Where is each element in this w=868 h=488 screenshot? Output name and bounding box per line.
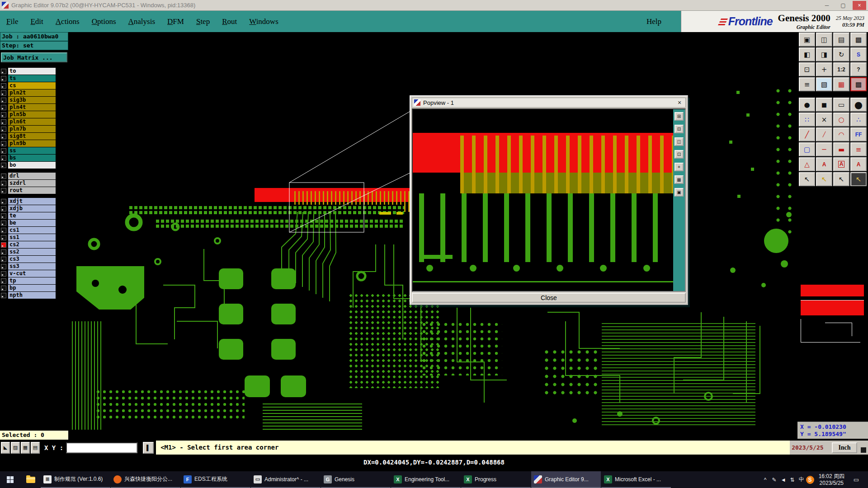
layer-select-box[interactable] — [1, 242, 6, 248]
pv-fit-view-button[interactable]: ⊡ — [675, 150, 684, 159]
net-list-button[interactable]: ≡ — [799, 77, 815, 91]
layer-select-box[interactable] — [1, 90, 6, 96]
pv-zoom-out-button[interactable]: ⊟ — [675, 125, 684, 133]
menu-edit[interactable]: Edit — [30, 17, 43, 26]
layer-row-drl[interactable]: drl — [1, 173, 68, 179]
menu-rout[interactable]: Rout — [222, 17, 237, 26]
zoom-extent-button[interactable]: ⊡ — [799, 62, 815, 76]
layer-select-box[interactable] — [1, 76, 6, 81]
pen-icon[interactable]: ✎ — [770, 474, 779, 485]
layer-select-box[interactable] — [1, 286, 6, 291]
table-toggle-button[interactable]: ▤ — [31, 442, 40, 454]
line-thin-button[interactable]: ╱ — [816, 127, 832, 141]
view-swap-button[interactable]: S — [850, 47, 867, 61]
layer-select-box[interactable] — [1, 293, 6, 298]
menu-help[interactable]: Help — [646, 17, 661, 26]
text-tool-button[interactable]: A — [816, 157, 832, 171]
layer-select-box[interactable] — [1, 235, 6, 240]
layer-select-box[interactable] — [1, 213, 6, 219]
layer-select-box[interactable] — [1, 221, 6, 226]
network-updown-icon[interactable]: ⇅ — [788, 474, 797, 485]
taskbar-item[interactable]: XMicrosoft Excel - ... — [601, 471, 671, 488]
context-help-button[interactable]: ? — [850, 62, 867, 76]
view-windows-button[interactable]: ◫ — [816, 33, 832, 47]
taskbar-item[interactable]: Graphic Editor 9... — [531, 471, 601, 488]
scroll-right-button[interactable]: ◨ — [816, 47, 832, 61]
popview-titlebar[interactable]: Popview - 1 × — [412, 98, 686, 108]
text-dot-tool-button[interactable]: A — [850, 157, 867, 171]
taskbar-item[interactable]: GGenesis — [321, 471, 391, 488]
layer-select-box[interactable] — [1, 228, 6, 233]
layer-select-box[interactable] — [1, 141, 6, 146]
menu-dfm[interactable]: DFM — [167, 17, 184, 26]
layer-row-cs2[interactable]: cs2 — [1, 241, 68, 248]
layer-select-box[interactable] — [1, 134, 6, 139]
taskbar-item[interactable]: 兴森快捷衡阳分公... — [111, 471, 180, 488]
palette-active-button[interactable]: ▩ — [850, 77, 867, 91]
hatch-toggle-button[interactable]: ▨ — [11, 442, 20, 454]
layer-row-bs[interactable]: bs — [1, 155, 68, 161]
taskbar-clock[interactable]: 16:02 周四 2023/5/25 — [815, 473, 848, 487]
cursor-add-button[interactable]: ↖ — [833, 172, 849, 186]
layer-select-box[interactable] — [1, 249, 6, 255]
color-palette-button[interactable]: ▦ — [833, 77, 849, 91]
ff-mode-button[interactable]: FF — [850, 127, 867, 141]
minimize-button[interactable]: ─ — [820, 1, 834, 10]
layer-row-ts[interactable]: ts — [1, 75, 68, 82]
cursor-highlight-button[interactable]: ↖ — [816, 172, 832, 186]
layer-row-rout[interactable]: rout — [1, 187, 68, 194]
layer-select-box[interactable] — [1, 181, 6, 186]
sogou-icon[interactable]: S — [806, 476, 814, 484]
layer-row-ss2[interactable]: ss2 — [1, 249, 68, 255]
taskbar-item[interactable]: XProgress — [461, 471, 531, 488]
layer-row-to[interactable]: to — [1, 68, 68, 75]
layer-select-box[interactable] — [1, 98, 6, 103]
pv-grid-view-button[interactable]: ▦ — [675, 175, 684, 184]
menu-actions[interactable]: Actions — [56, 17, 80, 26]
scroll-left-button[interactable]: ◧ — [799, 47, 815, 61]
layer-row-cs3[interactable]: cs3 — [1, 256, 68, 263]
layer-row-szdrl[interactable]: szdrl — [1, 180, 68, 187]
job-matrix-button[interactable]: Job Matrix ... — [1, 52, 67, 62]
layer-row-pln5b[interactable]: pln5b — [1, 111, 68, 118]
view-copy-button[interactable]: ▣ — [799, 33, 815, 47]
layer-row-v-cut[interactable]: v-cut — [1, 270, 68, 277]
snap-mode-button[interactable]: ◣ — [1, 442, 10, 454]
cursor-select-button[interactable]: ↖ — [799, 172, 815, 186]
layer-row-xdjt[interactable]: xdjt — [1, 198, 68, 205]
popview-close-button[interactable]: Close — [412, 293, 686, 303]
taskbar-item[interactable]: XEngineering Tool... — [391, 471, 461, 488]
layer-select-box[interactable] — [1, 155, 6, 161]
layer-select-box[interactable] — [1, 278, 6, 284]
bar-tool-button[interactable]: ▬ — [833, 142, 849, 156]
popview-dialog[interactable]: Popview - 1 × ⊞⊟◫⊡+▦▣ Close — [410, 95, 688, 305]
taskbar-item[interactable]: ▭Administrator^ - ... — [251, 471, 321, 488]
overview-thumbnail[interactable] — [799, 279, 867, 347]
layer-select-box[interactable] — [1, 271, 6, 277]
line-45-button[interactable]: ╱ — [799, 127, 815, 141]
dot-large-button[interactable]: ● — [850, 98, 867, 112]
pad-square-button[interactable]: ◼ — [816, 98, 832, 112]
layer-row-be[interactable]: be — [1, 220, 68, 226]
view-tiles-button[interactable]: ▩ — [850, 33, 867, 47]
layer-select-box[interactable] — [1, 112, 6, 117]
layer-row-pln7b[interactable]: pln7b — [1, 126, 68, 132]
layer-row-bo[interactable]: bo — [1, 162, 68, 169]
layer-select-box[interactable] — [1, 127, 6, 132]
layer-select-box[interactable] — [1, 188, 6, 193]
layer-row-xdjb[interactable]: xdjb — [1, 205, 68, 212]
rect-outline-button[interactable]: ▢ — [799, 142, 815, 156]
points-pair-button[interactable]: ∷ — [799, 113, 815, 127]
layer-select-box[interactable] — [1, 174, 6, 179]
tray-expand-icon[interactable]: ^ — [761, 474, 770, 485]
layer-row-pln9b[interactable]: pln9b — [1, 140, 68, 147]
taskbar-item[interactable]: ≣制作规范 (Ver:1.0.6) — [41, 471, 110, 488]
layer-row-cs1[interactable]: cs1 — [1, 227, 68, 234]
layer-row-bp[interactable]: bp — [1, 285, 68, 291]
action-center-button[interactable]: ▭ — [849, 476, 863, 483]
xy-input[interactable] — [66, 442, 137, 453]
layer-row-sig8t[interactable]: sig8t — [1, 133, 68, 140]
cursor-special-button[interactable]: ↖ — [850, 172, 867, 186]
menu-options[interactable]: Options — [92, 17, 116, 26]
points-grid-button[interactable]: ∴ — [850, 113, 867, 127]
